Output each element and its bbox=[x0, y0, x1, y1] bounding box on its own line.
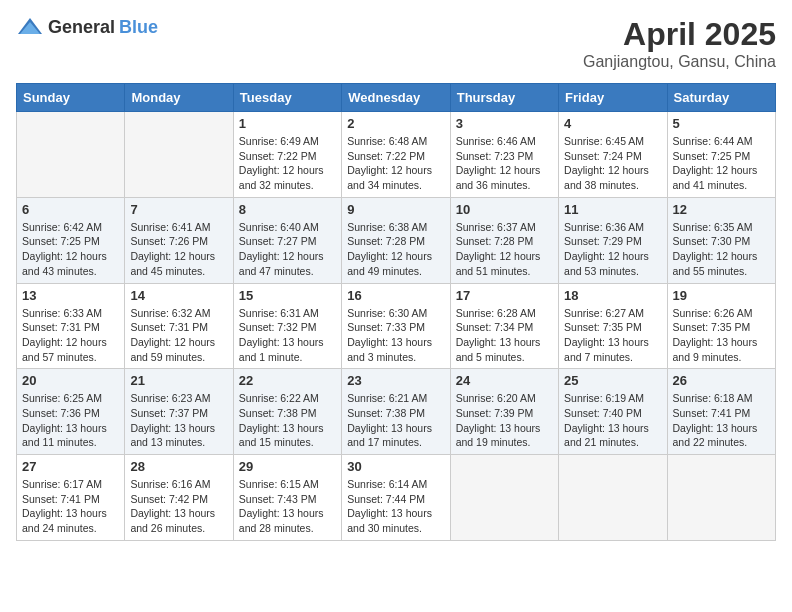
day-number: 15 bbox=[239, 288, 336, 303]
day-info: Sunrise: 6:16 AMSunset: 7:42 PMDaylight:… bbox=[130, 477, 227, 536]
table-row: 12Sunrise: 6:35 AMSunset: 7:30 PMDayligh… bbox=[667, 197, 775, 283]
day-number: 19 bbox=[673, 288, 770, 303]
day-number: 6 bbox=[22, 202, 119, 217]
day-number: 28 bbox=[130, 459, 227, 474]
logo-icon bbox=[16, 16, 44, 38]
logo-blue: Blue bbox=[119, 17, 158, 38]
day-number: 12 bbox=[673, 202, 770, 217]
table-row: 23Sunrise: 6:21 AMSunset: 7:38 PMDayligh… bbox=[342, 369, 450, 455]
day-info: Sunrise: 6:35 AMSunset: 7:30 PMDaylight:… bbox=[673, 220, 770, 279]
table-row: 14Sunrise: 6:32 AMSunset: 7:31 PMDayligh… bbox=[125, 283, 233, 369]
day-info: Sunrise: 6:46 AMSunset: 7:23 PMDaylight:… bbox=[456, 134, 553, 193]
day-info: Sunrise: 6:36 AMSunset: 7:29 PMDaylight:… bbox=[564, 220, 661, 279]
table-row bbox=[559, 455, 667, 541]
table-row: 5Sunrise: 6:44 AMSunset: 7:25 PMDaylight… bbox=[667, 112, 775, 198]
day-info: Sunrise: 6:17 AMSunset: 7:41 PMDaylight:… bbox=[22, 477, 119, 536]
day-info: Sunrise: 6:31 AMSunset: 7:32 PMDaylight:… bbox=[239, 306, 336, 365]
month-title: April 2025 bbox=[583, 16, 776, 53]
day-number: 8 bbox=[239, 202, 336, 217]
day-info: Sunrise: 6:49 AMSunset: 7:22 PMDaylight:… bbox=[239, 134, 336, 193]
day-info: Sunrise: 6:42 AMSunset: 7:25 PMDaylight:… bbox=[22, 220, 119, 279]
day-number: 13 bbox=[22, 288, 119, 303]
table-row: 8Sunrise: 6:40 AMSunset: 7:27 PMDaylight… bbox=[233, 197, 341, 283]
table-row: 9Sunrise: 6:38 AMSunset: 7:28 PMDaylight… bbox=[342, 197, 450, 283]
table-row: 29Sunrise: 6:15 AMSunset: 7:43 PMDayligh… bbox=[233, 455, 341, 541]
day-info: Sunrise: 6:27 AMSunset: 7:35 PMDaylight:… bbox=[564, 306, 661, 365]
calendar-table: Sunday Monday Tuesday Wednesday Thursday… bbox=[16, 83, 776, 541]
table-row: 17Sunrise: 6:28 AMSunset: 7:34 PMDayligh… bbox=[450, 283, 558, 369]
table-row: 4Sunrise: 6:45 AMSunset: 7:24 PMDaylight… bbox=[559, 112, 667, 198]
day-number: 16 bbox=[347, 288, 444, 303]
day-number: 4 bbox=[564, 116, 661, 131]
day-number: 7 bbox=[130, 202, 227, 217]
day-number: 1 bbox=[239, 116, 336, 131]
col-monday: Monday bbox=[125, 84, 233, 112]
col-tuesday: Tuesday bbox=[233, 84, 341, 112]
calendar-week-row: 20Sunrise: 6:25 AMSunset: 7:36 PMDayligh… bbox=[17, 369, 776, 455]
col-thursday: Thursday bbox=[450, 84, 558, 112]
day-number: 18 bbox=[564, 288, 661, 303]
table-row: 22Sunrise: 6:22 AMSunset: 7:38 PMDayligh… bbox=[233, 369, 341, 455]
day-info: Sunrise: 6:33 AMSunset: 7:31 PMDaylight:… bbox=[22, 306, 119, 365]
day-info: Sunrise: 6:20 AMSunset: 7:39 PMDaylight:… bbox=[456, 391, 553, 450]
day-number: 9 bbox=[347, 202, 444, 217]
day-number: 22 bbox=[239, 373, 336, 388]
col-wednesday: Wednesday bbox=[342, 84, 450, 112]
table-row: 13Sunrise: 6:33 AMSunset: 7:31 PMDayligh… bbox=[17, 283, 125, 369]
col-sunday: Sunday bbox=[17, 84, 125, 112]
day-number: 21 bbox=[130, 373, 227, 388]
day-number: 2 bbox=[347, 116, 444, 131]
day-info: Sunrise: 6:37 AMSunset: 7:28 PMDaylight:… bbox=[456, 220, 553, 279]
day-info: Sunrise: 6:38 AMSunset: 7:28 PMDaylight:… bbox=[347, 220, 444, 279]
day-number: 30 bbox=[347, 459, 444, 474]
day-number: 5 bbox=[673, 116, 770, 131]
day-number: 11 bbox=[564, 202, 661, 217]
table-row: 15Sunrise: 6:31 AMSunset: 7:32 PMDayligh… bbox=[233, 283, 341, 369]
calendar-week-row: 13Sunrise: 6:33 AMSunset: 7:31 PMDayligh… bbox=[17, 283, 776, 369]
day-info: Sunrise: 6:19 AMSunset: 7:40 PMDaylight:… bbox=[564, 391, 661, 450]
table-row: 10Sunrise: 6:37 AMSunset: 7:28 PMDayligh… bbox=[450, 197, 558, 283]
table-row: 7Sunrise: 6:41 AMSunset: 7:26 PMDaylight… bbox=[125, 197, 233, 283]
day-info: Sunrise: 6:32 AMSunset: 7:31 PMDaylight:… bbox=[130, 306, 227, 365]
table-row: 27Sunrise: 6:17 AMSunset: 7:41 PMDayligh… bbox=[17, 455, 125, 541]
logo-general: General bbox=[48, 17, 115, 38]
title-area: April 2025 Ganjiangtou, Gansu, China bbox=[583, 16, 776, 71]
table-row: 19Sunrise: 6:26 AMSunset: 7:35 PMDayligh… bbox=[667, 283, 775, 369]
table-row: 18Sunrise: 6:27 AMSunset: 7:35 PMDayligh… bbox=[559, 283, 667, 369]
day-number: 23 bbox=[347, 373, 444, 388]
table-row bbox=[125, 112, 233, 198]
day-number: 25 bbox=[564, 373, 661, 388]
day-info: Sunrise: 6:23 AMSunset: 7:37 PMDaylight:… bbox=[130, 391, 227, 450]
table-row: 28Sunrise: 6:16 AMSunset: 7:42 PMDayligh… bbox=[125, 455, 233, 541]
day-info: Sunrise: 6:45 AMSunset: 7:24 PMDaylight:… bbox=[564, 134, 661, 193]
calendar-week-row: 1Sunrise: 6:49 AMSunset: 7:22 PMDaylight… bbox=[17, 112, 776, 198]
table-row: 30Sunrise: 6:14 AMSunset: 7:44 PMDayligh… bbox=[342, 455, 450, 541]
day-info: Sunrise: 6:41 AMSunset: 7:26 PMDaylight:… bbox=[130, 220, 227, 279]
table-row: 6Sunrise: 6:42 AMSunset: 7:25 PMDaylight… bbox=[17, 197, 125, 283]
day-number: 29 bbox=[239, 459, 336, 474]
day-info: Sunrise: 6:25 AMSunset: 7:36 PMDaylight:… bbox=[22, 391, 119, 450]
logo: GeneralBlue bbox=[16, 16, 158, 38]
table-row bbox=[667, 455, 775, 541]
calendar-week-row: 27Sunrise: 6:17 AMSunset: 7:41 PMDayligh… bbox=[17, 455, 776, 541]
day-info: Sunrise: 6:21 AMSunset: 7:38 PMDaylight:… bbox=[347, 391, 444, 450]
table-row: 21Sunrise: 6:23 AMSunset: 7:37 PMDayligh… bbox=[125, 369, 233, 455]
table-row: 16Sunrise: 6:30 AMSunset: 7:33 PMDayligh… bbox=[342, 283, 450, 369]
table-row: 1Sunrise: 6:49 AMSunset: 7:22 PMDaylight… bbox=[233, 112, 341, 198]
table-row bbox=[17, 112, 125, 198]
day-info: Sunrise: 6:14 AMSunset: 7:44 PMDaylight:… bbox=[347, 477, 444, 536]
day-info: Sunrise: 6:18 AMSunset: 7:41 PMDaylight:… bbox=[673, 391, 770, 450]
location-title: Ganjiangtou, Gansu, China bbox=[583, 53, 776, 71]
day-info: Sunrise: 6:28 AMSunset: 7:34 PMDaylight:… bbox=[456, 306, 553, 365]
day-number: 3 bbox=[456, 116, 553, 131]
day-number: 27 bbox=[22, 459, 119, 474]
day-number: 14 bbox=[130, 288, 227, 303]
day-info: Sunrise: 6:22 AMSunset: 7:38 PMDaylight:… bbox=[239, 391, 336, 450]
page-header: GeneralBlue April 2025 Ganjiangtou, Gans… bbox=[16, 16, 776, 71]
day-info: Sunrise: 6:15 AMSunset: 7:43 PMDaylight:… bbox=[239, 477, 336, 536]
day-number: 24 bbox=[456, 373, 553, 388]
day-info: Sunrise: 6:30 AMSunset: 7:33 PMDaylight:… bbox=[347, 306, 444, 365]
table-row: 11Sunrise: 6:36 AMSunset: 7:29 PMDayligh… bbox=[559, 197, 667, 283]
day-info: Sunrise: 6:40 AMSunset: 7:27 PMDaylight:… bbox=[239, 220, 336, 279]
day-info: Sunrise: 6:26 AMSunset: 7:35 PMDaylight:… bbox=[673, 306, 770, 365]
